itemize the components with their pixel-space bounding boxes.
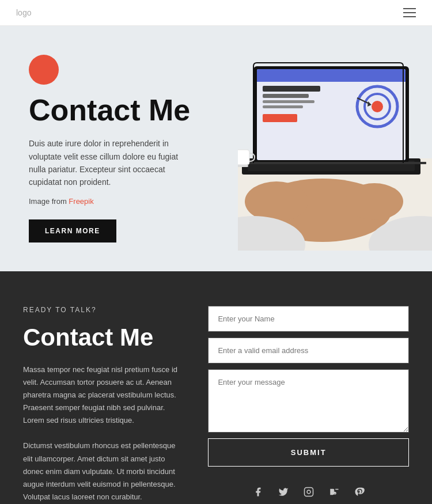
contact-section: READY TO TALK? Contact Me Massa tempor n… (0, 271, 432, 504)
learn-more-button[interactable]: LEARN MORE (29, 219, 116, 242)
svg-rect-12 (263, 114, 297, 122)
svg-rect-7 (257, 75, 406, 82)
hero-description: Duis aute irure dolor in reprehenderit i… (29, 137, 196, 189)
navbar: logo (0, 0, 432, 26)
hero-section: Contact Me Duis aute irure dolor in repr… (0, 26, 432, 271)
laptop-illustration (238, 32, 433, 251)
svg-rect-9 (263, 94, 309, 98)
contact-text2: Dictumst vestibulum rhoncus est pellente… (23, 439, 185, 503)
svg-rect-18 (248, 162, 426, 164)
freepik-link[interactable]: Freepik (69, 197, 93, 206)
pinterest-icon[interactable] (351, 484, 367, 500)
hero-circle-decoration (29, 55, 59, 85)
svg-rect-11 (263, 105, 303, 108)
contact-label: READY TO TALK? (23, 306, 185, 314)
svg-point-15 (372, 101, 383, 112)
social-icons-bar (208, 484, 409, 500)
facebook-icon[interactable] (250, 484, 266, 500)
contact-left-panel: READY TO TALK? Contact Me Massa tempor n… (23, 306, 185, 503)
hero-image (238, 26, 433, 271)
twitter-icon[interactable] (275, 484, 291, 500)
behance-icon[interactable] (326, 484, 342, 500)
instagram-icon[interactable] (301, 484, 317, 500)
hamburger-menu[interactable] (403, 8, 416, 17)
svg-rect-24 (238, 165, 249, 167)
svg-rect-10 (263, 100, 314, 103)
contact-form: SUBMIT (208, 306, 409, 503)
svg-point-26 (245, 181, 308, 222)
svg-point-27 (346, 183, 403, 220)
svg-rect-23 (238, 150, 250, 165)
svg-rect-30 (304, 487, 313, 496)
submit-button[interactable]: SUBMIT (208, 438, 409, 467)
hero-title: Contact Me (29, 94, 215, 127)
contact-text1: Massa tempor nec feugiat nisl pretium fu… (23, 363, 185, 427)
svg-rect-8 (263, 86, 320, 92)
logo: logo (16, 8, 31, 17)
image-credit-text: Image from (29, 197, 69, 206)
message-input[interactable] (208, 369, 409, 433)
email-input[interactable] (208, 338, 409, 363)
image-credit: Image from Freepik (29, 197, 215, 206)
name-input[interactable] (208, 306, 409, 332)
hero-content: Contact Me Duis aute irure dolor in repr… (0, 26, 238, 271)
contact-title: Contact Me (23, 324, 185, 351)
